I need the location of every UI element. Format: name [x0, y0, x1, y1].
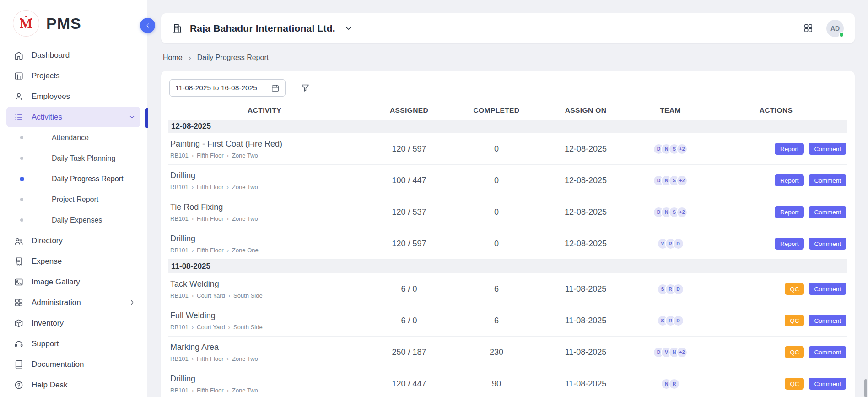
sidebar-item-projects[interactable]: Projects: [6, 65, 140, 86]
activity-path-part: Zone One: [232, 247, 259, 254]
comment-button[interactable]: Comment: [809, 238, 846, 250]
chevron-right-icon: ›: [228, 293, 230, 299]
qc-button[interactable]: QC: [785, 315, 804, 326]
user-avatar[interactable]: AD: [826, 20, 844, 37]
report-button[interactable]: Report: [775, 238, 804, 250]
sidebar-item-directory[interactable]: Directory: [6, 230, 140, 251]
report-button[interactable]: Report: [775, 143, 804, 155]
comment-button[interactable]: Comment: [809, 346, 846, 358]
sidebar-item-label: Image Gallary: [32, 277, 136, 287]
team-avatar-chip[interactable]: R: [669, 378, 680, 390]
column-header-completed: COMPLETED: [458, 106, 535, 114]
sidebar-item-activities[interactable]: Activities: [6, 107, 140, 127]
sidebar-item-label: Activities: [32, 113, 120, 122]
activity-path-part: South Side: [233, 292, 263, 299]
report-button[interactable]: Report: [775, 206, 804, 218]
sidebar-item-help-desk[interactable]: Help Desk: [6, 375, 140, 395]
sidebar-subitem-daily-task-planning[interactable]: Daily Task Planning: [6, 148, 140, 169]
sidebar-item-support[interactable]: Support: [6, 333, 140, 354]
support-icon: [14, 339, 24, 349]
completed-value: 230: [458, 348, 535, 357]
activity-row: Full WeldingRB101›Court Yard›South Side6…: [168, 305, 847, 337]
team-overflow-chip[interactable]: +2: [676, 175, 688, 186]
activity-title: Tie Rod Fixing: [170, 202, 359, 212]
activity-title: Full Welding: [170, 311, 359, 321]
table-header-row: ACTIVITYASSIGNEDCOMPLETEDASSIGN ONTEAMAC…: [168, 101, 847, 120]
comment-button[interactable]: Comment: [809, 378, 846, 390]
inventory-icon: [14, 318, 24, 328]
company-selector[interactable]: Raja Bahadur International Ltd.: [172, 23, 353, 34]
activity-path-part: Fifth Floor: [197, 184, 224, 190]
online-status-dot: [839, 32, 844, 38]
activity-title: Drilling: [170, 374, 359, 384]
assigned-value: 6 / 0: [361, 316, 458, 326]
comment-button[interactable]: Comment: [809, 283, 846, 295]
assign-on-value: 11-08-2025: [535, 348, 636, 357]
assigned-value: 120 / 597: [361, 144, 458, 154]
date-group-header: 11-08-2025: [168, 260, 847, 273]
team-overflow-chip[interactable]: +2: [676, 347, 688, 358]
sidebar-subitem-daily-progress-report[interactable]: Daily Progress Report: [6, 169, 140, 189]
team-avatar-chip[interactable]: D: [673, 238, 684, 250]
filter-icon[interactable]: [300, 83, 310, 93]
qc-button[interactable]: QC: [785, 378, 804, 390]
app-logo: M PMS: [0, 0, 147, 45]
assign-on-value: 11-08-2025: [535, 316, 636, 326]
bullet-dot-icon: [20, 198, 23, 201]
apps-grid-icon[interactable]: [803, 23, 814, 33]
row-actions: ReportComment: [705, 206, 847, 218]
sidebar-subitem-label: Daily Expenses: [52, 216, 102, 224]
row-actions: QCComment: [705, 315, 847, 326]
team-avatars: DVN+2: [636, 347, 705, 358]
row-actions: ReportComment: [705, 174, 847, 186]
row-actions: QCComment: [705, 378, 847, 390]
sidebar-subitem-attendance[interactable]: Attendance: [6, 127, 140, 148]
chevron-right-icon: ›: [227, 216, 229, 222]
qc-button[interactable]: QC: [785, 346, 804, 358]
chevron-right-icon: ›: [227, 387, 229, 393]
team-avatar-chip[interactable]: D: [673, 315, 684, 326]
row-actions: QCComment: [705, 346, 847, 358]
assigned-value: 100 / 447: [361, 176, 458, 185]
activity-cell: Tie Rod FixingRB101›Fifth Floor›Zone Two: [168, 202, 361, 222]
sidebar-collapse-button[interactable]: [140, 18, 155, 33]
team-avatar-chip[interactable]: D: [673, 283, 684, 295]
sidebar-subitem-project-report[interactable]: Project Report: [6, 189, 140, 210]
team-overflow-chip[interactable]: +2: [676, 207, 688, 218]
scrollbar-thumb[interactable]: [864, 379, 867, 397]
sidebar-item-documentation[interactable]: Documentation: [6, 354, 140, 375]
comment-button[interactable]: Comment: [809, 315, 846, 326]
activity-path: RB101›Fifth Floor›Zone Two: [170, 152, 359, 159]
expense-icon: [14, 256, 24, 266]
activity-cell: DrillingRB101›Fifth Floor›Zone Two: [168, 374, 361, 394]
bullet-dot-icon: [20, 218, 23, 222]
activity-row: DrillingRB101›Fifth Floor›Zone Two100 / …: [168, 165, 847, 196]
sidebar-item-dashboard[interactable]: Dashboard: [6, 45, 140, 65]
sidebar-subitem-daily-expenses[interactable]: Daily Expenses: [6, 210, 140, 230]
comment-button[interactable]: Comment: [809, 174, 846, 186]
chevron-right-icon: ›: [189, 54, 191, 62]
building-icon: [172, 23, 183, 33]
report-button[interactable]: Report: [775, 174, 804, 186]
sidebar-item-expense[interactable]: Expense: [6, 251, 140, 272]
column-header-assign-on: ASSIGN ON: [535, 106, 636, 114]
sidebar-item-administration[interactable]: Administration: [6, 292, 140, 313]
activity-path: RB101›Fifth Floor›Zone One: [170, 247, 359, 254]
sidebar-item-inventory[interactable]: Inventory: [6, 313, 140, 333]
chevron-right-icon: ›: [192, 324, 194, 330]
date-range-input[interactable]: 11-08-2025 to 16-08-2025: [169, 79, 286, 97]
sidebar-item-employees[interactable]: Employees: [6, 86, 140, 107]
team-overflow-chip[interactable]: +2: [676, 143, 688, 155]
breadcrumb-home[interactable]: Home: [163, 54, 183, 62]
activity-path-part: Court Yard: [197, 292, 225, 299]
activity-path-part: RB101: [170, 355, 189, 362]
brand-logo-icon: M: [13, 10, 39, 37]
projects-icon: [14, 71, 24, 81]
sidebar-item-label: Dashboard: [32, 51, 136, 60]
sidebar-item-image-gallary[interactable]: Image Gallary: [6, 272, 140, 292]
comment-button[interactable]: Comment: [809, 206, 846, 218]
qc-button[interactable]: QC: [785, 283, 804, 295]
column-header-actions: ACTIONS: [705, 106, 847, 114]
activity-row: Tie Rod FixingRB101›Fifth Floor›Zone Two…: [168, 196, 847, 228]
comment-button[interactable]: Comment: [809, 143, 846, 155]
